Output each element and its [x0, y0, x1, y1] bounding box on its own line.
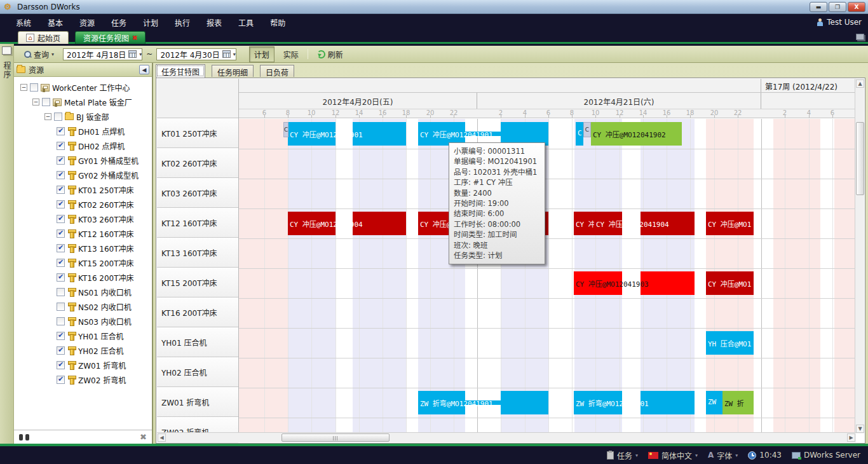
tree-item[interactable]: YH01 压合机: [14, 329, 152, 343]
window-list-icon[interactable]: [856, 34, 864, 40]
tree-item[interactable]: KT16 200T冲床: [14, 270, 152, 285]
tree-checkbox[interactable]: [57, 156, 65, 165]
tree-checkbox[interactable]: [57, 186, 65, 194]
tree-checkbox[interactable]: [57, 303, 65, 311]
constraint-marker[interactable]: C: [583, 122, 591, 137]
date-to-caret-icon[interactable]: ▾: [233, 51, 236, 57]
tree-item[interactable]: GY01 外桶成型机: [14, 153, 152, 168]
status-clock[interactable]: 10:43: [748, 451, 782, 460]
tree-checkbox[interactable]: [57, 317, 65, 325]
tree-item-label: GY01 外桶成型机: [78, 155, 139, 166]
tree-item[interactable]: −Metal Plate 钣金厂: [14, 95, 152, 109]
tree-checkbox[interactable]: [57, 332, 65, 340]
tree-item[interactable]: ZW01 折弯机: [14, 358, 152, 372]
status-font[interactable]: A字体▾: [708, 450, 738, 461]
tree-checkbox[interactable]: [57, 346, 65, 355]
menu-item-基本[interactable]: 基本: [39, 15, 71, 31]
menu-item-系统[interactable]: 系统: [8, 15, 39, 31]
restore-button[interactable]: ❐: [829, 2, 846, 12]
actual-toggle-button[interactable]: 实际: [278, 46, 304, 62]
tree-checkbox[interactable]: [54, 113, 62, 121]
tree-item[interactable]: DH02 点焊机: [14, 139, 152, 153]
menu-item-帮助[interactable]: 帮助: [262, 15, 294, 31]
tree-item[interactable]: −WorkCenter 工作中心: [14, 80, 152, 95]
menu-item-资源[interactable]: 资源: [71, 15, 103, 31]
tree-item[interactable]: DH01 点焊机: [14, 124, 152, 139]
view-tab-3[interactable]: 日负荷: [260, 65, 294, 77]
tree-item[interactable]: KT02 260T冲床: [14, 197, 152, 212]
scroll-left-icon[interactable]: ◀: [158, 433, 166, 442]
scroll-right-icon[interactable]: ▶: [847, 433, 855, 442]
tree-checkbox[interactable]: [57, 142, 65, 150]
tree-item[interactable]: KT03 260T冲床: [14, 212, 152, 226]
tree-item[interactable]: KT01 250T冲床: [14, 182, 152, 197]
tree-checkbox[interactable]: [57, 288, 65, 296]
date-from-field[interactable]: 2012年 4月18日 ▾: [63, 48, 142, 60]
menu-item-工具[interactable]: 工具: [230, 15, 262, 31]
tree-checkbox[interactable]: [42, 98, 50, 106]
vertical-scroll-thumb[interactable]: [856, 122, 864, 195]
tree-expander-icon[interactable]: −: [32, 99, 39, 106]
menu-item-报表[interactable]: 报表: [198, 15, 230, 31]
tree-checkbox[interactable]: [30, 83, 38, 92]
tree-checkbox[interactable]: [57, 361, 65, 369]
tree-expander-icon[interactable]: −: [44, 113, 51, 120]
tree-checkbox[interactable]: [57, 273, 65, 282]
status-flag[interactable]: 简体中文▾: [648, 450, 698, 461]
dropdown-caret-icon[interactable]: ▾: [635, 453, 638, 458]
user-box[interactable]: Test User: [817, 14, 862, 31]
view-tab-2[interactable]: 任务明细: [212, 65, 254, 77]
view-tab-1[interactable]: 任务甘特图: [156, 64, 205, 78]
tree-item[interactable]: −BJ 钣金部: [14, 109, 152, 124]
tree-item[interactable]: GY02 外桶成型机: [14, 168, 152, 182]
gantt-vertical-scrollbar[interactable]: ▲ ▼: [855, 79, 864, 433]
status-clipboard[interactable]: 任务▾: [607, 450, 638, 461]
tree-checkbox[interactable]: [57, 259, 65, 267]
plan-toggle-button[interactable]: 计划: [249, 46, 275, 62]
date-from-caret-icon[interactable]: ▾: [139, 51, 142, 57]
query-button[interactable]: 查询 ▾: [19, 46, 59, 62]
status-label: 字体: [717, 450, 732, 461]
calendar-icon[interactable]: [222, 50, 231, 58]
tree-item[interactable]: YH02 压合机: [14, 343, 152, 358]
horizontal-scroll-thumb[interactable]: [281, 433, 390, 442]
tree-checkbox[interactable]: [57, 376, 65, 384]
minimize-button[interactable]: ▬: [810, 2, 827, 12]
tree-item[interactable]: KT15 200T冲床: [14, 256, 152, 270]
calendar-icon[interactable]: [128, 50, 137, 58]
close-button[interactable]: X: [848, 2, 865, 12]
dropdown-caret-icon[interactable]: ▾: [695, 453, 698, 458]
tree-item[interactable]: NS01 内收口机: [14, 285, 152, 299]
tree-item[interactable]: KT12 160T冲床: [14, 226, 152, 241]
tab-close-icon[interactable]: ✖: [132, 34, 137, 41]
hour-tick-mark: [738, 115, 738, 118]
tree-item[interactable]: NS02 内收口机: [14, 299, 152, 314]
tree-item[interactable]: ZW02 折弯机: [14, 372, 152, 387]
tree-checkbox[interactable]: [57, 200, 65, 208]
date-to-field[interactable]: 2012年 4月30日 ▾: [156, 48, 236, 60]
tab-resource-task-view[interactable]: 资源任务视图 ✖: [75, 31, 146, 44]
tree-checkbox[interactable]: [57, 171, 65, 179]
program-panel-tab[interactable]: 程序: [1, 62, 12, 79]
gantt-horizontal-scrollbar[interactable]: ◀ ▶: [157, 432, 856, 442]
tree-expander-icon[interactable]: −: [20, 84, 27, 91]
collapse-panel-button[interactable]: ◀: [139, 65, 149, 74]
dropdown-caret-icon[interactable]: ▾: [735, 453, 738, 458]
scroll-up-icon[interactable]: ▲: [856, 79, 864, 88]
find-icon[interactable]: [19, 434, 29, 440]
tree-item[interactable]: KT13 160T冲床: [14, 241, 152, 256]
menu-item-计划[interactable]: 计划: [135, 15, 166, 31]
tab-home-page[interactable]: ⌂ 起始页: [18, 31, 69, 44]
scroll-down-icon[interactable]: ▼: [856, 425, 864, 433]
menu-item-任务[interactable]: 任务: [103, 15, 135, 31]
refresh-button[interactable]: 刷新: [312, 46, 348, 62]
tree-item[interactable]: NS03 内收口机: [14, 314, 152, 329]
tree-checkbox[interactable]: [57, 244, 65, 252]
pages-icon[interactable]: [2, 46, 11, 55]
clear-icon[interactable]: ✖: [140, 432, 147, 442]
menu-item-执行[interactable]: 执行: [166, 15, 198, 31]
tree-checkbox[interactable]: [57, 229, 65, 238]
status-server[interactable]: DWorks Server: [792, 451, 860, 460]
tree-checkbox[interactable]: [57, 127, 65, 135]
tree-checkbox[interactable]: [57, 215, 65, 223]
